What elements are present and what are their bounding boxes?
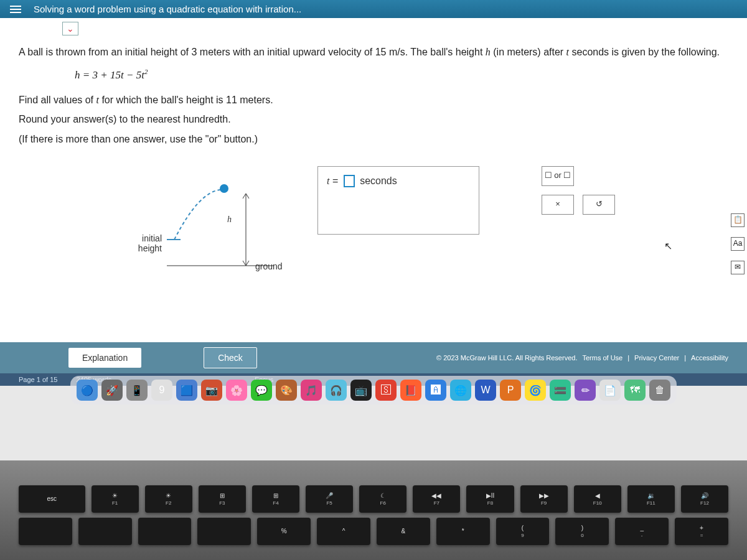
dock-app-icon[interactable]: 🅂 — [375, 380, 397, 401]
keyboard-key: ⊞F3 — [199, 485, 246, 513]
dock-app-icon[interactable]: 🟰 — [550, 380, 571, 401]
keyboard-key — [138, 518, 192, 545]
intro-text: A ball is thrown from an initial height … — [19, 47, 486, 57]
keyboard-key — [197, 518, 251, 545]
keyboard-key: 🔊F12 — [681, 485, 728, 513]
answer-eq: = — [332, 175, 338, 186]
label-h: h — [227, 213, 232, 226]
find-2: for which the ball's height is 11 meters… — [99, 95, 273, 105]
round-2: (If there is more than one answer, use t… — [19, 131, 728, 147]
keyboard-row-1: esc☀F1☀F2⊞F3⊞F4🎤F5☾F6◀◀F7▶IIF8▶▶F9◀F10🔉F… — [19, 485, 728, 513]
terms-link[interactable]: Terms of Use — [582, 354, 622, 362]
keyboard-key: (9 — [496, 518, 550, 545]
answer-box: t = seconds — [317, 166, 479, 235]
var-h: h — [486, 47, 491, 57]
dock-app-icon[interactable]: ✏ — [575, 380, 596, 401]
keyboard: esc☀F1☀F2⊞F3⊞F4🎤F5☾F6◀◀F7▶IIF8▶▶F9◀F10🔉F… — [0, 460, 747, 560]
page-indicator: Page 1 of 15 — [19, 376, 57, 383]
dock-app-icon[interactable]: 📱 — [126, 380, 148, 401]
dock-app-icon[interactable]: 9 — [151, 380, 172, 401]
lbl-initial: initial — [142, 233, 162, 243]
keyboard-key: ☾F6 — [359, 485, 406, 513]
dock-app-icon[interactable]: 🎨 — [276, 380, 297, 401]
chevron-down-icon[interactable]: ⌄ — [62, 22, 78, 35]
dock-app-icon[interactable]: 🌸 — [226, 380, 247, 401]
answer-unit: seconds — [360, 175, 397, 186]
diagram-row: initial height h ground t = seconds ☐ or… — [131, 166, 728, 272]
clear-button[interactable]: × — [542, 195, 574, 215]
side-icons: 📋 Aa ✉ — [731, 213, 745, 274]
keyboard-key: _- — [615, 518, 669, 545]
dock-app-icon[interactable]: 🗑 — [649, 380, 670, 401]
dock-app-icon[interactable]: 💬 — [251, 380, 272, 401]
header-bar: Solving a word problem using a quadratic… — [0, 0, 747, 18]
mail-icon[interactable]: ✉ — [731, 261, 745, 274]
keyboard-key: ▶▶F9 — [520, 485, 568, 513]
keyboard-key: ☀F2 — [145, 485, 192, 513]
dock-app-icon[interactable]: 🚀 — [101, 380, 123, 401]
keyboard-key: * — [436, 518, 490, 545]
eq-mid: = 3 + 15 — [80, 69, 121, 81]
problem-text: A ball is thrown from an initial height … — [19, 44, 728, 147]
calculator-icon[interactable]: 📋 — [731, 213, 745, 227]
dock-app-icon[interactable]: 🔵 — [77, 380, 98, 401]
find-1: Find all values of — [19, 95, 96, 105]
round-1: Round your answer(s) to the nearest hund… — [19, 111, 728, 128]
dock-app-icon[interactable]: 🎵 — [301, 380, 322, 401]
keyboard-key: esc — [19, 485, 85, 513]
equation: h = 3 + 15t − 5t2 — [75, 67, 728, 83]
privacy-link[interactable]: Privacy Center — [634, 354, 679, 362]
cursor-icon: ↖ — [664, 238, 672, 254]
keyboard-key: % — [257, 518, 311, 545]
or-button[interactable]: ☐ or ☐ — [542, 166, 574, 186]
answer-input[interactable] — [344, 175, 355, 187]
keyboard-key: 🎤F5 — [306, 485, 353, 513]
explanation-button[interactable]: Explanation — [68, 348, 141, 368]
dock-app-icon[interactable]: P — [500, 380, 521, 401]
reset-button[interactable]: ↺ — [583, 195, 615, 215]
dock-app-icon[interactable]: 📷 — [201, 380, 222, 401]
keyboard-key: ☀F1 — [92, 485, 139, 513]
answer-t: t — [327, 175, 329, 186]
app-window: Solving a word problem using a quadratic… — [0, 0, 747, 386]
eq-minus: − 5 — [124, 69, 141, 81]
eq-lhs: h — [75, 69, 80, 81]
intro-text-3: seconds is given by the following. — [569, 47, 720, 57]
dock-app-icon[interactable]: 📄 — [599, 380, 621, 401]
menu-icon[interactable] — [10, 6, 21, 13]
accessibility-link[interactable]: Accessibility — [691, 354, 728, 362]
footer-right: © 2023 McGraw Hill LLC. All Rights Reser… — [436, 354, 728, 362]
dock-app-icon[interactable]: 📕 — [400, 380, 421, 401]
check-button[interactable]: Check — [204, 347, 257, 368]
keyboard-key: ◀◀F7 — [413, 485, 460, 513]
dock-app-icon[interactable]: 🟦 — [176, 380, 197, 401]
keyboard-row-2: %^&*(9)0_-+= — [19, 518, 728, 545]
keyboard-key: ◀F10 — [574, 485, 621, 513]
keyboard-key: ^ — [317, 518, 370, 545]
keyboard-key: += — [675, 518, 728, 545]
dock-app-icon[interactable]: 📺 — [350, 380, 372, 401]
keyboard-key: 🔉F11 — [627, 485, 675, 513]
keyboard-key: & — [377, 518, 430, 545]
keyboard-key: ▶IIF8 — [466, 485, 514, 513]
dock-app-icon[interactable]: W — [475, 380, 496, 401]
dock-app-icon[interactable]: 🌀 — [525, 380, 546, 401]
label-initial-height: initial height — [131, 233, 162, 254]
dock-app-icon[interactable]: 🗺 — [624, 380, 646, 401]
font-icon[interactable]: Aa — [731, 237, 745, 251]
page-title: Solving a word problem using a quadratic… — [34, 4, 301, 14]
copyright: © 2023 McGraw Hill LLC. All Rights Reser… — [436, 354, 577, 362]
dock-app-icon[interactable]: 🌐 — [450, 380, 471, 401]
label-ground: ground — [255, 259, 283, 273]
keyboard-key: )0 — [555, 518, 609, 545]
svg-point-2 — [220, 184, 228, 193]
footer-bar: Explanation Check © 2023 McGraw Hill LLC… — [0, 342, 747, 373]
mac-dock: 🔵🚀📱9🟦📷🌸💬🎨🎵🎧📺🅂📕🅰🌐WP🌀🟰✏📄🗺🗑 — [70, 376, 677, 404]
tool-column: ☐ or ☐ × ↺ — [542, 166, 615, 215]
dock-app-icon[interactable]: 🎧 — [326, 380, 347, 401]
keyboard-key — [19, 518, 72, 545]
keyboard-key — [78, 518, 132, 545]
chevron-row: ⌄ — [0, 18, 747, 39]
trajectory-diagram: initial height h ground — [131, 166, 280, 272]
dock-app-icon[interactable]: 🅰 — [425, 380, 446, 401]
